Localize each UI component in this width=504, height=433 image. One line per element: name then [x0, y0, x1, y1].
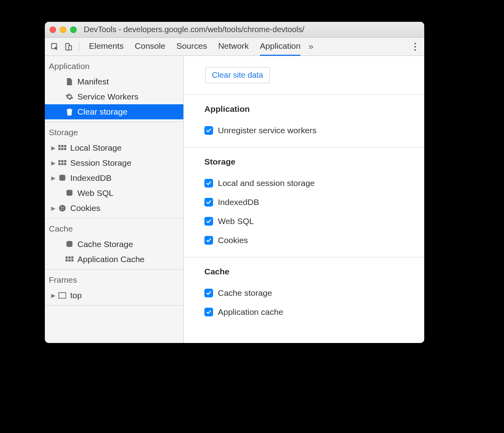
svg-point-21 [61, 207, 62, 208]
tab-application[interactable]: Application [260, 38, 301, 56]
sidebar-item-label: Cookies [70, 203, 100, 213]
sidebar-item-label: IndexedDB [70, 173, 112, 183]
checkbox-row[interactable]: Local and session storage [204, 174, 424, 193]
checkbox-row[interactable]: Application cache [204, 303, 424, 322]
sidebar-item-application-cache[interactable]: Application Cache [45, 252, 183, 267]
checkbox-row[interactable]: Unregister service workers [204, 121, 424, 140]
gear-icon [65, 92, 74, 102]
svg-rect-12 [58, 160, 60, 162]
sidebar-item-label: Cache Storage [77, 239, 133, 249]
sidebar-item-top[interactable]: ▶top [45, 288, 183, 303]
panel-body: ApplicationManifestService WorkersClear … [45, 56, 424, 343]
sidebar-group-frames: Frames▶top [45, 270, 183, 306]
sidebar-group-cache: CacheCache StorageApplication Cache [45, 218, 183, 270]
document-icon [65, 77, 74, 86]
checkbox[interactable] [204, 179, 213, 188]
checkbox[interactable] [204, 217, 213, 226]
tab-console[interactable]: Console [135, 38, 165, 56]
sidebar-group-title: Cache [45, 218, 183, 237]
svg-point-24 [63, 209, 64, 210]
sidebar-item-local-storage[interactable]: ▶Local Storage [45, 140, 183, 155]
svg-rect-6 [58, 145, 60, 147]
checkbox[interactable] [204, 308, 213, 316]
svg-point-23 [61, 209, 62, 209]
checkbox-row[interactable]: Web SQL [204, 212, 424, 231]
clear-site-data-wrap: Clear site data [184, 56, 424, 94]
checkbox-row[interactable]: Cookies [204, 231, 424, 250]
checkbox-row[interactable]: IndexedDB [204, 193, 424, 212]
checkbox-label: Web SQL [218, 216, 254, 226]
disclosure-triangle-icon[interactable]: ▶ [50, 205, 57, 211]
titlebar: DevTools - developers.google.com/web/too… [45, 22, 424, 38]
disclosure-triangle-icon[interactable]: ▶ [50, 175, 57, 181]
sidebar-item-label: Session Storage [70, 158, 131, 168]
maximize-window-button[interactable] [70, 27, 77, 33]
devtools-window: DevTools - developers.google.com/web/too… [45, 22, 424, 343]
sidebar-item-web-sql[interactable]: Web SQL [45, 186, 183, 201]
database-icon [58, 173, 67, 183]
grid-icon [65, 255, 74, 264]
checkbox-label: Cookies [218, 236, 248, 245]
minimize-window-button[interactable] [60, 27, 66, 33]
kebab-menu-icon[interactable] [409, 41, 421, 53]
clear-storage-pane: Clear site data ApplicationUnregister se… [184, 56, 424, 343]
section-storage: StorageLocal and session storageIndexedD… [184, 147, 424, 257]
cookie-icon [58, 203, 67, 213]
sidebar-item-label: Clear storage [77, 107, 127, 117]
svg-rect-29 [65, 259, 67, 261]
svg-rect-30 [68, 259, 70, 261]
svg-rect-32 [59, 293, 66, 298]
section-cache: CacheCache storageApplication cache [184, 257, 424, 329]
checkbox-label: Application cache [218, 307, 283, 317]
disclosure-triangle-icon[interactable]: ▶ [50, 292, 57, 299]
sidebar-item-label: Local Storage [70, 143, 122, 153]
sidebar-item-service-workers[interactable]: Service Workers [45, 89, 183, 104]
sidebar-item-clear-storage[interactable]: Clear storage [45, 104, 183, 119]
sidebar-group-title: Frames [45, 270, 183, 288]
database-icon [65, 188, 74, 198]
sidebar-item-manifest[interactable]: Manifest [45, 74, 183, 89]
section-title: Application [204, 104, 424, 114]
svg-point-4 [414, 46, 416, 48]
svg-rect-31 [71, 259, 73, 261]
clear-site-data-button[interactable]: Clear site data [205, 67, 270, 83]
tab-network[interactable]: Network [218, 38, 249, 56]
svg-rect-17 [64, 163, 66, 165]
sidebar-group-title: Application [45, 56, 183, 74]
svg-rect-10 [61, 148, 63, 150]
sidebar-item-session-storage[interactable]: ▶Session Storage [45, 155, 183, 171]
checkbox-label: Unregister service workers [218, 126, 317, 135]
svg-rect-14 [64, 160, 66, 162]
sidebar-item-indexeddb[interactable]: ▶IndexedDB [45, 171, 183, 186]
inspect-element-icon[interactable] [49, 41, 61, 53]
sidebar-group-title: Storage [45, 122, 183, 140]
svg-rect-15 [58, 163, 60, 165]
svg-point-20 [59, 205, 66, 212]
window-title: DevTools - developers.google.com/web/too… [84, 25, 304, 34]
svg-rect-8 [64, 145, 66, 147]
svg-rect-2 [69, 46, 71, 50]
checkbox[interactable] [204, 198, 213, 207]
devtools-toolbar: Elements Console Sources Network Applica… [45, 38, 424, 56]
sidebar-item-cookies[interactable]: ▶Cookies [45, 201, 183, 216]
sidebar-item-cache-storage[interactable]: Cache Storage [45, 237, 183, 252]
checkbox[interactable] [204, 236, 213, 245]
panel-tabs: Elements Console Sources Network Applica… [89, 38, 300, 56]
svg-rect-11 [64, 148, 66, 150]
disclosure-triangle-icon[interactable]: ▶ [50, 160, 57, 166]
close-window-button[interactable] [50, 27, 56, 33]
sidebar-item-label: Application Cache [77, 255, 144, 264]
svg-rect-16 [61, 163, 63, 165]
svg-rect-26 [65, 257, 67, 259]
checkbox[interactable] [204, 289, 213, 297]
svg-rect-28 [71, 257, 73, 259]
svg-rect-13 [61, 160, 63, 162]
checkbox-row[interactable]: Cache storage [204, 284, 424, 303]
more-tabs-icon[interactable]: » [308, 42, 313, 52]
device-toolbar-icon[interactable] [62, 41, 74, 53]
tab-sources[interactable]: Sources [177, 38, 207, 56]
disclosure-triangle-icon[interactable]: ▶ [50, 145, 57, 151]
frame-icon [58, 291, 67, 300]
checkbox[interactable] [204, 126, 213, 135]
tab-elements[interactable]: Elements [89, 38, 124, 56]
